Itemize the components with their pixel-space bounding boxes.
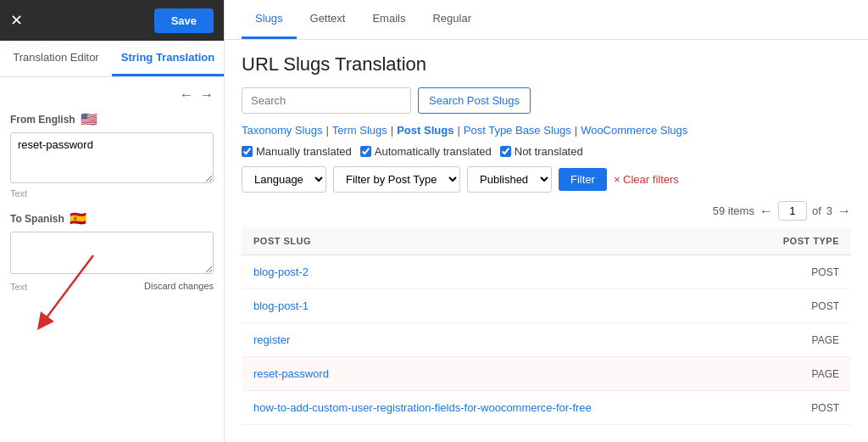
slugs-table: POST SLUG POST TYPE blog-post-2POSTblog-…	[242, 227, 851, 425]
discard-changes-link[interactable]: Discard changes	[144, 281, 214, 291]
table-row: reset-passwordPAGE	[242, 357, 851, 391]
left-header: ✕ Save	[0, 0, 224, 41]
left-body: ← → From English 🇺🇸 reset-password Text …	[0, 77, 224, 442]
not-translated-checkbox-group: Not translated	[500, 145, 583, 158]
to-section: To Spanish 🇪🇸 Text Discard changes	[10, 210, 214, 292]
tab-translation-editor[interactable]: Translation Editor	[0, 41, 112, 76]
table-header-row: POST SLUG POST TYPE	[242, 227, 851, 255]
slug-links: Taxonomy Slugs | Term Slugs | Post Slugs…	[242, 124, 851, 137]
post-type-cell: POST	[741, 255, 851, 289]
post-slug-cell[interactable]: blog-post-1	[242, 289, 741, 323]
items-count: 59 items	[713, 204, 754, 217]
left-tab-nav: Translation Editor String Translation	[0, 41, 224, 77]
woocommerce-slugs-link[interactable]: WooCommerce Slugs	[581, 124, 687, 137]
tab-string-translation[interactable]: String Translation	[112, 41, 224, 76]
from-english-textarea[interactable]: reset-password	[10, 132, 214, 183]
prev-arrow-button[interactable]: ←	[180, 87, 193, 103]
search-input[interactable]	[242, 87, 411, 114]
clear-filters-link[interactable]: × Clear filters	[614, 173, 679, 186]
table-row: blog-post-1POST	[242, 289, 851, 323]
not-translated-checkbox[interactable]	[500, 146, 511, 157]
right-body: URL Slugs Translation Search Post Slugs …	[225, 40, 868, 442]
left-panel: ✕ Save Translation Editor String Transla…	[0, 0, 225, 442]
search-row: Search Post Slugs	[242, 87, 851, 114]
right-panel: Slugs Gettext Emails Regular URL Slugs T…	[225, 0, 868, 442]
to-label: To Spanish 🇪🇸	[10, 210, 214, 227]
english-flag-icon: 🇺🇸	[81, 111, 97, 127]
manually-translated-checkbox-group: Manually translated	[242, 145, 352, 158]
prev-page-button[interactable]: ←	[760, 204, 773, 219]
tab-gettext[interactable]: Gettext	[297, 0, 359, 39]
table-row: how-to-add-custom-user-registration-fiel…	[242, 391, 851, 425]
post-type-cell: POST	[741, 391, 851, 425]
filter-by-post-type-select[interactable]: Filter by Post Type	[333, 166, 460, 193]
page-number-input[interactable]	[778, 201, 807, 221]
published-select[interactable]: Published	[467, 166, 552, 193]
auto-translated-label: Automatically translated	[375, 145, 492, 158]
nav-arrows: ← →	[10, 87, 214, 103]
tab-emails[interactable]: Emails	[359, 0, 419, 39]
to-hint: Text	[10, 282, 27, 292]
page-title: URL Slugs Translation	[242, 53, 851, 76]
save-button[interactable]: Save	[154, 8, 214, 33]
post-slug-cell[interactable]: reset-password	[242, 357, 741, 391]
manually-translated-checkbox[interactable]	[242, 146, 253, 157]
of-label: of	[812, 204, 821, 217]
taxonomy-slugs-link[interactable]: Taxonomy Slugs	[242, 124, 322, 137]
from-hint: Text	[10, 188, 214, 199]
auto-translated-checkbox-group: Automatically translated	[360, 145, 492, 158]
close-button[interactable]: ✕	[10, 13, 23, 28]
term-slugs-link[interactable]: Term Slugs	[332, 124, 387, 137]
search-post-slugs-button[interactable]: Search Post Slugs	[418, 87, 531, 114]
post-slugs-link[interactable]: Post Slugs	[397, 124, 453, 137]
table-row: registerPAGE	[242, 323, 851, 357]
to-spanish-textarea[interactable]	[10, 232, 214, 274]
language-select[interactable]: Language	[242, 166, 326, 193]
post-slug-cell[interactable]: how-to-add-custom-user-registration-fiel…	[242, 391, 741, 425]
filter-checkbox-row: Manually translated Automatically transl…	[242, 145, 851, 158]
tab-regular[interactable]: Regular	[419, 0, 485, 39]
not-translated-label: Not translated	[515, 145, 583, 158]
from-section: From English 🇺🇸 reset-password Text	[10, 111, 214, 199]
table-row: blog-post-2POST	[242, 255, 851, 289]
filter-controls: Language Filter by Post Type Published F…	[242, 166, 851, 193]
from-label: From English 🇺🇸	[10, 111, 214, 127]
pagination-row: 59 items ← of 3 →	[242, 201, 851, 221]
post-type-cell: POST	[741, 289, 851, 323]
next-page-button[interactable]: →	[837, 204, 851, 219]
column-post-type: POST TYPE	[741, 227, 851, 255]
column-post-slug: POST SLUG	[242, 227, 741, 255]
manually-translated-label: Manually translated	[256, 145, 352, 158]
next-arrow-button[interactable]: →	[200, 87, 214, 103]
total-pages: 3	[826, 204, 832, 217]
spanish-flag-icon: 🇪🇸	[70, 210, 86, 227]
post-type-base-slugs-link[interactable]: Post Type Base Slugs	[464, 124, 571, 137]
post-slug-cell[interactable]: register	[242, 323, 741, 357]
post-type-cell: PAGE	[741, 323, 851, 357]
filter-button[interactable]: Filter	[559, 168, 607, 191]
tab-slugs[interactable]: Slugs	[242, 0, 297, 39]
auto-translated-checkbox[interactable]	[360, 146, 371, 157]
post-type-cell: PAGE	[741, 357, 851, 391]
right-tab-nav: Slugs Gettext Emails Regular	[225, 0, 868, 40]
post-slug-cell[interactable]: blog-post-2	[242, 255, 741, 289]
